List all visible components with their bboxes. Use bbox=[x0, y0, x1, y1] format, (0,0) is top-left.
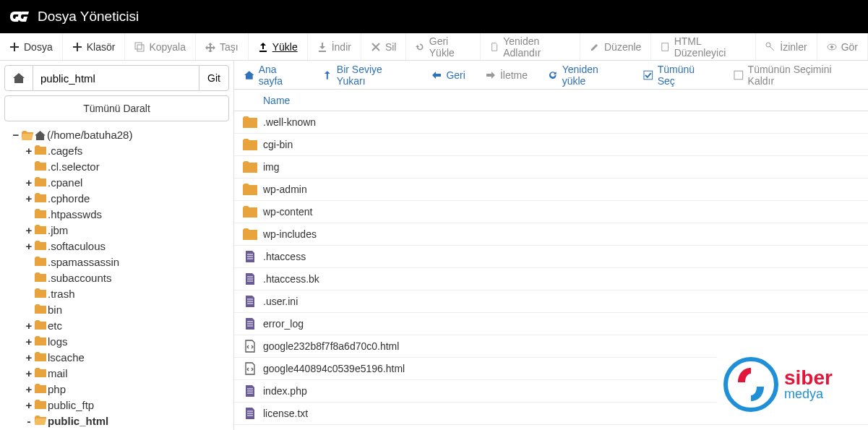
home-button[interactable] bbox=[4, 65, 33, 91]
file-row[interactable]: img bbox=[234, 156, 868, 179]
tree-node[interactable]: +.htpasswds bbox=[25, 207, 229, 223]
file-row[interactable]: .htaccess bbox=[234, 246, 868, 268]
tree-node[interactable]: +bin bbox=[25, 302, 229, 318]
file-row[interactable]: google440894c0539e5196.html bbox=[234, 358, 868, 380]
tree-node[interactable]: +public_ftp bbox=[25, 397, 229, 413]
sidebar: Git Tümünü Daralt − (/home/batuha28) +.c… bbox=[0, 61, 234, 430]
delete-button[interactable]: Sil bbox=[361, 33, 407, 60]
tree-node[interactable]: +php bbox=[25, 382, 229, 397]
toggle-icon[interactable]: + bbox=[25, 238, 33, 254]
toggle-icon[interactable]: + bbox=[25, 318, 33, 334]
file-name: img bbox=[263, 161, 280, 173]
tree-node[interactable]: +.softaculous bbox=[25, 238, 229, 254]
go-button[interactable]: Git bbox=[199, 65, 229, 91]
view-button[interactable]: Gör bbox=[817, 33, 868, 60]
forward-action[interactable]: İletme bbox=[486, 69, 528, 81]
home-action[interactable]: Ana sayfa bbox=[244, 64, 302, 87]
file-row[interactable]: .user.ini bbox=[234, 291, 868, 313]
tree-node[interactable]: +lscache bbox=[25, 350, 229, 366]
file-icon bbox=[244, 407, 256, 420]
arrow-up-icon bbox=[322, 70, 332, 80]
file-name: error_log bbox=[263, 318, 304, 330]
uncheck-icon bbox=[734, 70, 744, 80]
tree-node[interactable]: +.jbm bbox=[25, 223, 229, 238]
file-row[interactable]: license.txt bbox=[234, 403, 868, 425]
copy-button[interactable]: Kopyala bbox=[125, 33, 196, 60]
tree-label: php bbox=[48, 382, 66, 397]
tree-node[interactable]: +.spamassassin bbox=[25, 254, 229, 270]
toggle-icon[interactable]: + bbox=[25, 382, 33, 397]
tree-children: +.cagefs+.cl.selector+.cpanel+.cphorde+.… bbox=[12, 143, 229, 429]
file-row[interactable]: wp-content bbox=[234, 201, 868, 223]
folder-icon bbox=[35, 302, 46, 318]
deselect-all-action[interactable]: Tümünün Seçimini Kaldır bbox=[734, 64, 858, 87]
restore-button[interactable]: Geri Yükle bbox=[406, 33, 480, 60]
folder-icon bbox=[35, 254, 46, 270]
svg-rect-0 bbox=[135, 43, 142, 49]
toggle-icon[interactable]: + bbox=[25, 191, 33, 207]
toggle-icon[interactable]: - bbox=[25, 413, 33, 429]
tree-node[interactable]: +.cl.selector bbox=[25, 159, 229, 175]
toggle-icon[interactable]: + bbox=[25, 175, 33, 191]
file-row[interactable]: wp-includes bbox=[234, 223, 868, 246]
new-folder-button[interactable]: Klasör bbox=[63, 33, 126, 60]
toggle-icon[interactable]: + bbox=[25, 366, 33, 382]
upload-button[interactable]: Yükle bbox=[249, 33, 308, 60]
tree-label: etc bbox=[48, 318, 62, 334]
file-row[interactable]: wp-admin bbox=[234, 179, 868, 201]
file-row[interactable]: error_log bbox=[234, 313, 868, 335]
tree-node[interactable]: +.cpanel bbox=[25, 175, 229, 191]
folder-icon bbox=[243, 139, 257, 150]
folder-icon bbox=[35, 223, 46, 238]
tree-node[interactable]: +mail bbox=[25, 366, 229, 382]
table-header[interactable]: Name bbox=[234, 90, 868, 111]
collapse-all-button[interactable]: Tümünü Daralt bbox=[4, 95, 229, 121]
file-row[interactable]: index.php bbox=[234, 380, 868, 403]
file-row[interactable]: .htaccess.bk bbox=[234, 268, 868, 291]
tree-node[interactable]: +.cagefs bbox=[25, 143, 229, 159]
permissions-button[interactable]: İzinler bbox=[756, 33, 817, 60]
folder-icon bbox=[35, 191, 46, 207]
tree-node[interactable]: +.cphorde bbox=[25, 191, 229, 207]
main-panel: Ana sayfa Bir Seviye Yukarı Geri İletme … bbox=[234, 61, 868, 430]
move-button[interactable]: Taşı bbox=[196, 33, 249, 60]
level-up-action[interactable]: Bir Seviye Yukarı bbox=[322, 64, 411, 87]
new-file-button[interactable]: Dosya bbox=[0, 33, 63, 60]
reload-action[interactable]: Yeniden yükle bbox=[548, 64, 623, 87]
path-input[interactable] bbox=[33, 65, 199, 91]
file-row[interactable]: cgi-bin bbox=[234, 134, 868, 156]
svg-rect-2 bbox=[662, 43, 669, 51]
file-row[interactable]: .well-known bbox=[234, 111, 868, 134]
tree-root[interactable]: − (/home/batuha28) bbox=[12, 127, 229, 143]
download-button[interactable]: İndir bbox=[308, 33, 361, 60]
file-name: license.txt bbox=[263, 408, 308, 419]
folder-icon bbox=[35, 397, 46, 413]
file-name: google232b8f7f8a6d70c0.html bbox=[263, 340, 399, 352]
html-editor-button[interactable]: HTML Düzenleyici bbox=[651, 33, 756, 60]
tree-node[interactable]: +.subaccounts bbox=[25, 270, 229, 286]
tree-label: .htpasswds bbox=[48, 207, 102, 223]
folder-icon bbox=[35, 159, 46, 175]
toggle-icon[interactable]: + bbox=[25, 334, 33, 350]
toggle-icon[interactable]: + bbox=[25, 397, 33, 413]
folder-icon bbox=[243, 161, 257, 173]
tree-node[interactable]: -public_html bbox=[25, 413, 229, 429]
rename-button[interactable]: Yeniden Adlandır bbox=[481, 33, 580, 60]
select-all-action[interactable]: Tümünü Seç bbox=[643, 64, 713, 87]
toggle-icon[interactable]: − bbox=[12, 127, 20, 143]
toggle-icon[interactable]: + bbox=[25, 143, 33, 159]
edit-button[interactable]: Düzenle bbox=[580, 33, 651, 60]
back-action[interactable]: Geri bbox=[431, 69, 465, 81]
undo-icon bbox=[416, 42, 424, 52]
app-header: Dosya Yöneticisi bbox=[0, 0, 868, 33]
file-name: wp-includes bbox=[263, 228, 317, 240]
tree-node[interactable]: +logs bbox=[25, 334, 229, 350]
tree-node[interactable]: +etc bbox=[25, 318, 229, 334]
toggle-icon[interactable]: + bbox=[25, 223, 33, 238]
folder-icon bbox=[35, 143, 46, 159]
toggle-icon[interactable]: + bbox=[25, 350, 33, 366]
tree-label: public_html bbox=[48, 413, 108, 429]
tree-node[interactable]: +.trash bbox=[25, 286, 229, 302]
file-name: .htaccess bbox=[263, 251, 306, 262]
file-row[interactable]: google232b8f7f8a6d70c0.html bbox=[234, 335, 868, 358]
